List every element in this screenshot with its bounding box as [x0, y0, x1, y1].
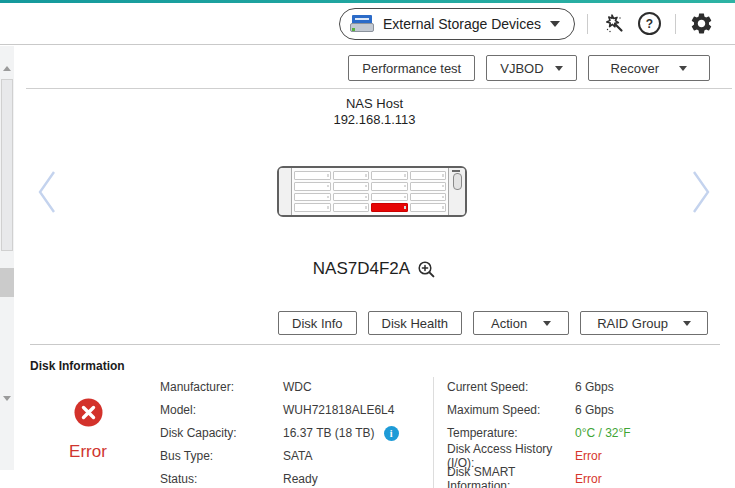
disk-info-button[interactable]: Disk Info: [278, 311, 357, 335]
field-value: WUH721818ALE6L4: [283, 403, 394, 417]
chassis-right-rail: [448, 168, 465, 215]
performance-test-label: Performance test: [362, 61, 461, 76]
disk-info-left-column: Manufacturer: WDC Model: WUH721818ALE6L4…: [160, 379, 428, 488]
drive-bay[interactable]: [294, 193, 331, 202]
drive-bay[interactable]: [410, 182, 447, 191]
chevron-down-icon: [550, 21, 560, 27]
vjbod-label: VJBOD: [500, 61, 543, 76]
column-divider: [433, 377, 434, 488]
disk-status-block: Error: [56, 398, 120, 462]
chevron-down-icon: [555, 66, 563, 71]
disk-info-label: Disk Info: [292, 316, 343, 331]
field-row: Manufacturer: WDC: [160, 379, 428, 395]
field-row: Disk Access History (I/O): Error: [447, 448, 732, 464]
field-row: Temperature: 0°C / 32°F: [447, 425, 732, 441]
drive-bay[interactable]: [410, 171, 447, 180]
nas-host-ip: 192.168.1.113: [14, 112, 735, 128]
magic-wand-icon: [602, 12, 626, 36]
recover-label: Recover: [611, 61, 659, 76]
field-row: Maximum Speed: 6 Gbps: [447, 402, 732, 418]
chevron-down-icon: [679, 66, 687, 71]
error-icon: [74, 398, 103, 427]
help-icon: ?: [638, 12, 661, 35]
toolbar: Performance test VJBOD Recover: [348, 55, 710, 81]
next-device-button[interactable]: [687, 168, 715, 220]
field-value-error: Error: [575, 472, 602, 486]
drive-bay[interactable]: [333, 203, 370, 212]
scrollbar-down-arrow[interactable]: [3, 396, 11, 401]
drive-bay[interactable]: [371, 182, 408, 191]
field-label: Temperature:: [447, 426, 575, 440]
chevron-down-icon: [683, 321, 691, 326]
field-label: Status:: [160, 472, 283, 486]
field-label: Bus Type:: [160, 449, 283, 463]
chassis-left-rail: [279, 168, 292, 215]
field-value: WDC: [283, 380, 312, 394]
drive-bay[interactable]: [371, 193, 408, 202]
raid-group-label: RAID Group: [597, 316, 668, 331]
field-row: Bus Type: SATA: [160, 448, 428, 464]
chevron-left-icon: [33, 168, 61, 216]
drive-bay[interactable]: [333, 193, 370, 202]
nas-host-label: NAS Host: [14, 96, 735, 112]
drive-bay[interactable]: [294, 171, 331, 180]
field-value: 16.37 TB (18 TB): [283, 426, 375, 440]
drive-bay[interactable]: [294, 182, 331, 191]
left-scrollbar: [0, 46, 14, 470]
chassis-vent: [452, 170, 460, 172]
raid-group-dropdown-button[interactable]: RAID Group: [580, 311, 708, 335]
field-label: Manufacturer:: [160, 380, 283, 394]
action-dropdown-button[interactable]: Action: [473, 311, 569, 335]
field-value: 6 Gbps: [575, 380, 614, 394]
field-value-error: Error: [575, 449, 602, 463]
field-label: Current Speed:: [447, 380, 575, 394]
field-row: Current Speed: 6 Gbps: [447, 379, 732, 395]
magic-wand-button[interactable]: [600, 10, 627, 37]
field-row: Disk SMART Information: Error: [447, 471, 732, 487]
field-value: Ready: [283, 472, 318, 486]
scrollbar-up-arrow[interactable]: [3, 66, 11, 71]
field-value: 6 Gbps: [575, 403, 614, 417]
help-button[interactable]: ?: [636, 10, 663, 37]
action-label: Action: [491, 316, 527, 331]
chevron-down-icon: [543, 321, 551, 326]
field-label: Disk SMART Information:: [447, 465, 575, 488]
disk-info-right-column: Current Speed: 6 Gbps Maximum Speed: 6 G…: [447, 379, 732, 488]
drive-bay[interactable]: [410, 203, 447, 212]
power-button-icon: [453, 173, 462, 190]
disk-health-button[interactable]: Disk Health: [368, 311, 462, 335]
capacity-info-icon[interactable]: i: [384, 426, 399, 441]
disk-information-title: Disk Information: [30, 359, 125, 373]
drive-bay[interactable]: [333, 182, 370, 191]
field-label: Disk Capacity:: [160, 426, 283, 440]
settings-button[interactable]: [688, 10, 715, 37]
drive-bay[interactable]: [371, 171, 408, 180]
disk-health-label: Disk Health: [382, 316, 448, 331]
zoom-in-icon[interactable]: [417, 260, 436, 279]
scrollbar-marker: [0, 268, 14, 297]
nas-chassis: [277, 166, 467, 217]
device-selector-label: External Storage Devices: [383, 16, 541, 32]
nas-host-block: NAS Host 192.168.1.113: [14, 96, 735, 128]
scrollbar-thumb[interactable]: [1, 79, 13, 251]
drive-bay[interactable]: [294, 203, 331, 212]
header-divider: [675, 14, 676, 34]
performance-test-button[interactable]: Performance test: [348, 55, 475, 81]
external-device-icon: [350, 15, 374, 32]
field-label: Model:: [160, 403, 283, 417]
drive-bay[interactable]: [410, 193, 447, 202]
chevron-right-icon: [687, 168, 715, 216]
drive-bay[interactable]: [333, 171, 370, 180]
previous-device-button[interactable]: [33, 168, 61, 220]
nas-name-row: NAS7D4F2A: [14, 259, 735, 279]
disk-actions-toolbar: Disk Info Disk Health Action RAID Group: [278, 311, 708, 335]
drive-bay-grid: [294, 171, 446, 212]
recover-dropdown-button[interactable]: Recover: [588, 55, 710, 81]
vjbod-dropdown-button[interactable]: VJBOD: [486, 55, 576, 81]
drive-bay-error[interactable]: [371, 203, 408, 212]
disk-status-text: Error: [56, 442, 120, 462]
field-value: SATA: [283, 449, 313, 463]
field-row: Status: Ready: [160, 471, 428, 487]
field-row: Disk Capacity: 16.37 TB (18 TB) i: [160, 425, 428, 441]
device-selector-dropdown[interactable]: External Storage Devices: [339, 8, 575, 40]
